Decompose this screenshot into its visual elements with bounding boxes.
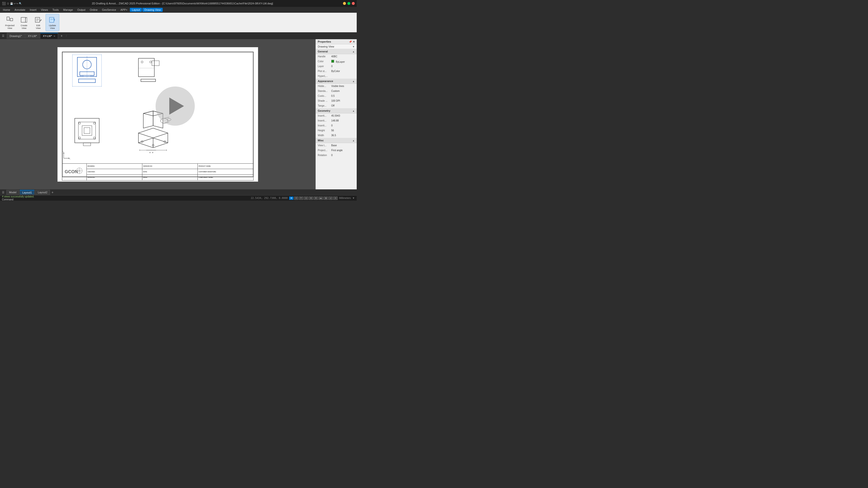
- section-general-chevron[interactable]: ▲: [352, 50, 355, 53]
- product-name-field: PRODUCT NAME:: [198, 164, 253, 169]
- prop-standard-name: Standa...: [318, 90, 331, 92]
- prop-shade-name: Shade ...: [318, 99, 331, 102]
- main-area: 8 8 X Y: [0, 39, 357, 189]
- prop-plotstyle-name: Plot st...: [318, 70, 331, 72]
- tab-layout1[interactable]: Layout1: [20, 190, 35, 195]
- menu-views[interactable]: Views: [39, 8, 50, 12]
- menu-online[interactable]: Online: [88, 8, 100, 12]
- statusbar-right: 22.5434, 292.7308, 0.0000 ⊞ ⊡ ⊢ ◎ ⊕ ⊗ ▬ …: [251, 196, 355, 200]
- svg-marker-43: [153, 111, 163, 128]
- prop-plotstyle: Plot st... ByColor: [316, 69, 357, 74]
- layout-snap-btn[interactable]: ⊡: [294, 196, 299, 200]
- layout-otrack-btn[interactable]: ⊗: [314, 196, 318, 200]
- view-plan[interactable]: [72, 116, 102, 148]
- layout-polar-btn[interactable]: ◎: [304, 196, 308, 200]
- version-label: VERSION NO: [143, 165, 152, 167]
- close-button[interactable]: [352, 2, 355, 5]
- menu-tools[interactable]: Tools: [51, 8, 61, 12]
- window-controls[interactable]: [343, 2, 355, 5]
- svg-rect-19: [91, 75, 93, 77]
- tab-drawing1[interactable]: Drawing1*: [7, 33, 25, 39]
- view-front[interactable]: [72, 55, 102, 87]
- side-view-svg: [133, 55, 170, 87]
- edit-view-button[interactable]: EditView: [31, 14, 45, 31]
- layout-lwt-btn[interactable]: ▬: [318, 196, 323, 200]
- isometric-view-svg: 8 8: [129, 99, 178, 155]
- canvas-area[interactable]: 8 8 X Y: [0, 39, 315, 189]
- title-text: 2D Drafting & Annot... ZWCAD 2025 Profes…: [24, 2, 341, 5]
- layout-osnap-btn[interactable]: ⊕: [309, 196, 313, 200]
- layout-transp-btn[interactable]: ◑: [323, 196, 328, 200]
- maximize-button[interactable]: [347, 2, 350, 5]
- section-misc[interactable]: Misc ▲: [316, 138, 357, 143]
- tab-layout2[interactable]: Layout2: [35, 190, 50, 195]
- projected-view-button[interactable]: Projected View: [3, 14, 17, 31]
- layout-grid-btn[interactable]: ⊞: [289, 196, 293, 200]
- layout-sel-btn[interactable]: ⊿: [328, 196, 333, 200]
- projected-view-label: Projected View: [4, 24, 16, 30]
- section-geometry-chevron[interactable]: ▲: [352, 110, 355, 112]
- layout-ortho-btn[interactable]: ⊢: [299, 196, 303, 200]
- section-appearance-chevron[interactable]: ▲: [352, 80, 355, 83]
- svg-line-46: [164, 117, 169, 118]
- svg-text:GCON: GCON: [65, 169, 78, 174]
- view-side[interactable]: [133, 55, 170, 87]
- menu-output[interactable]: Output: [75, 8, 88, 12]
- tab-layout2-label: Layout2: [38, 191, 47, 194]
- tabs-menu-icon[interactable]: ☰: [2, 34, 4, 37]
- prop-rotation-name: Rotation: [318, 154, 331, 156]
- svg-rect-23: [79, 122, 96, 139]
- section-appearance[interactable]: Appearance ▲: [316, 79, 357, 84]
- tab-xylw-active[interactable]: XY-LW* ✕: [40, 33, 58, 39]
- menu-manage[interactable]: Manage: [61, 8, 75, 12]
- prop-height: Height 56: [316, 128, 357, 133]
- prop-insert-z-name: Inserti...: [318, 124, 331, 127]
- bottom-tab-add-button[interactable]: +: [52, 190, 54, 194]
- prop-projection-name: Project...: [318, 149, 331, 152]
- section-geometry-label: Geometry: [318, 109, 330, 112]
- section-misc-chevron[interactable]: ▲: [352, 139, 355, 142]
- tab-xylw-label: XY-LW*: [28, 34, 37, 37]
- statusbar-scroll[interactable]: ▼: [352, 197, 355, 200]
- prop-insert-x-name: Inserti...: [318, 114, 331, 117]
- tab-xylw[interactable]: XY-LW*: [25, 33, 40, 39]
- tab-add-button[interactable]: +: [59, 33, 64, 39]
- tab-close-icon[interactable]: ✕: [54, 35, 55, 37]
- svg-rect-1: [10, 19, 13, 21]
- svg-line-47: [164, 122, 169, 123]
- command-prompt[interactable]: Command:: [2, 198, 249, 201]
- layout-annotate-btn[interactable]: A: [333, 196, 338, 200]
- menu-drawing-view[interactable]: Drawing View: [142, 8, 163, 12]
- menu-geoservice[interactable]: GeoService: [100, 8, 118, 12]
- bottom-menu-icon[interactable]: ☰: [2, 191, 4, 194]
- panel-close-icon[interactable]: ✕: [353, 40, 355, 43]
- prop-standard: Standa... Custom: [316, 89, 357, 94]
- entity-type-chevron[interactable]: ▼: [352, 45, 355, 48]
- menu-annotate[interactable]: Annotate: [12, 8, 27, 12]
- panel-header-icons[interactable]: 📌 ✕: [349, 40, 355, 43]
- title-bar-icons: ⬛ 🗋 💾 ↩ ↪ 🔍: [2, 2, 22, 5]
- create-view-button[interactable]: CreateView: [17, 14, 31, 31]
- menu-app-plus[interactable]: APP+: [119, 8, 129, 12]
- minimize-button[interactable]: [343, 2, 346, 5]
- ucs-icon: X Y: [62, 150, 72, 159]
- view-isometric[interactable]: 8 8: [129, 99, 178, 155]
- layout-buttons[interactable]: ⊞ ⊡ ⊢ ◎ ⊕ ⊗ ▬ ◑ ⊿ A: [289, 196, 338, 200]
- update-view-button[interactable]: UpdateView: [45, 14, 59, 31]
- tab-model[interactable]: Model: [6, 190, 19, 195]
- front-view-svg: [72, 55, 101, 86]
- prop-standard-value: Custom: [331, 90, 355, 92]
- menu-home[interactable]: Home: [1, 8, 12, 12]
- prop-view-type-name: View t...: [318, 144, 331, 147]
- svg-line-5: [26, 18, 27, 19]
- menu-layout[interactable]: Layout: [130, 8, 142, 12]
- panel-pin-icon[interactable]: 📌: [349, 40, 352, 43]
- tab-layout1-label: Layout1: [22, 191, 32, 194]
- drawing-sheet[interactable]: 8 8 X Y: [57, 47, 258, 182]
- section-general[interactable]: General ▲: [316, 49, 357, 54]
- coordinates-display: 22.5434, 292.7308, 0.0000: [251, 197, 288, 200]
- svg-rect-4: [21, 18, 26, 22]
- svg-text:X: X: [69, 158, 70, 159]
- section-geometry[interactable]: Geometry ▲: [316, 108, 357, 114]
- menu-insert[interactable]: Insert: [28, 8, 38, 12]
